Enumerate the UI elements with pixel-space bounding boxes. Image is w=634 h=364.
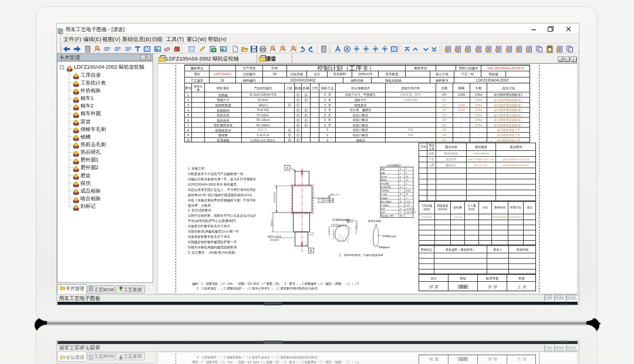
svg-text:0.021: 0.021 bbox=[406, 190, 411, 192]
svg-text:2: 2 bbox=[406, 168, 407, 170]
svg-text:Ra 1.6: Ra 1.6 bbox=[332, 193, 339, 196]
svg-text:A: A bbox=[286, 166, 289, 170]
svg-text:9: 9 bbox=[406, 197, 407, 200]
svg-text:参考齿形图: 参考齿形图 bbox=[368, 219, 381, 222]
svg-text:公法线: 公法线 bbox=[381, 193, 387, 196]
svg-text:6: 6 bbox=[406, 172, 407, 174]
svg-text:螺旋角: 螺旋角 bbox=[381, 178, 387, 181]
svg-text:20°: 20° bbox=[406, 176, 409, 178]
svg-text:+20.21/-0.3: +20.21/-0.3 bbox=[406, 211, 416, 214]
svg-text:渐开线起始圆: 渐开线起始圆 bbox=[383, 234, 396, 237]
svg-text:L: L bbox=[400, 204, 401, 207]
svg-text:C1: C1 bbox=[311, 231, 314, 234]
svg-text:精度等级: 精度等级 bbox=[381, 190, 389, 192]
svg-text:4: 4 bbox=[406, 183, 407, 185]
svg-text:7: 7 bbox=[400, 190, 401, 192]
svg-text:0.25±0.1: 0.25±0.1 bbox=[331, 224, 340, 226]
svg-text:2: 2 bbox=[400, 197, 401, 200]
svg-text:71.5±0.05: 71.5±0.05 bbox=[273, 192, 276, 203]
svg-text:10°: 10° bbox=[406, 179, 409, 181]
svg-text:76: 76 bbox=[406, 193, 408, 196]
svg-text:z: z bbox=[400, 172, 401, 174]
svg-text:注：所有都要求检查，不测时重新安装调: 注：所有都要求检查，不测时重新安装调 bbox=[339, 253, 383, 256]
svg-text:Mk: Mk bbox=[400, 215, 403, 217]
svg-text:0.25±0.1: 0.25±0.1 bbox=[347, 220, 356, 222]
svg-text:倒棱量过渡: 倒棱量过渡 bbox=[379, 245, 390, 248]
svg-text:超差验查: 超差验查 bbox=[270, 238, 279, 241]
svg-text:M: M bbox=[400, 201, 402, 203]
svg-text:ha: ha bbox=[400, 186, 402, 188]
svg-text:模数: 模数 bbox=[381, 168, 385, 170]
svg-text:公法线长: 公法线长 bbox=[381, 204, 389, 207]
svg-text:压力角: 压力角 bbox=[381, 176, 387, 178]
svg-text:齿厚: 齿厚 bbox=[381, 208, 385, 210]
svg-text:β: β bbox=[400, 179, 401, 181]
svg-text:齿顶高系数: 齿顶高系数 bbox=[381, 186, 392, 188]
svg-text:40±0.1: 40±0.1 bbox=[270, 218, 273, 226]
svg-text:小齿轮参数表: 小齿轮参数表 bbox=[386, 163, 401, 166]
svg-text:s1: s1 bbox=[400, 208, 402, 210]
svg-text:齿数: 齿数 bbox=[381, 172, 385, 174]
svg-text:0.25±0.1: 0.25±0.1 bbox=[328, 226, 331, 235]
svg-text:h: h bbox=[400, 211, 401, 214]
svg-text:B: B bbox=[310, 249, 312, 252]
svg-text:1: 1 bbox=[406, 186, 407, 188]
svg-text:⌖: ⌖ bbox=[319, 199, 321, 202]
svg-text:量柱 测量距: 量柱 测量距 bbox=[381, 200, 392, 203]
svg-text:1.25: 1.25 bbox=[406, 204, 410, 207]
svg-text:A-B: A-B bbox=[330, 200, 334, 202]
svg-text:齿高: 齿高 bbox=[381, 211, 385, 214]
svg-text:+0.05/-0.1: +0.05/-0.1 bbox=[406, 208, 414, 210]
svg-text:m: m bbox=[400, 168, 402, 170]
svg-text:M值检验 范围: M值检验 范围 bbox=[381, 215, 393, 217]
svg-text:0.025: 0.025 bbox=[323, 199, 330, 202]
svg-text:α: α bbox=[400, 176, 401, 178]
svg-text:变位系数: 变位系数 bbox=[381, 182, 389, 185]
svg-text:(M28×1)(6g): (M28×1)(6g) bbox=[268, 234, 282, 237]
svg-text:0.142: 0.142 bbox=[406, 201, 411, 203]
svg-text:W: W bbox=[400, 193, 402, 196]
svg-text:跨齿数 k: 跨齿数 k bbox=[381, 197, 389, 200]
